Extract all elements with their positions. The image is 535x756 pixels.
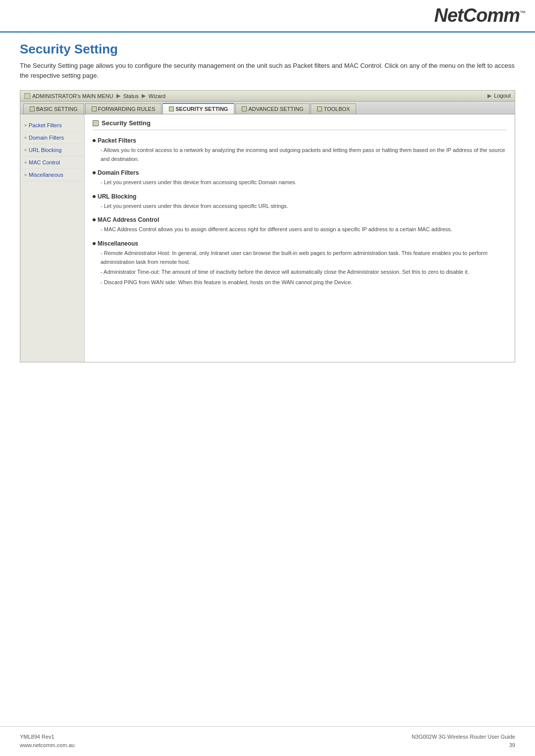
section-desc: - Remote Administrator Host: In general,… (101, 249, 507, 287)
content-header-icon (93, 120, 99, 126)
status-label: Status (123, 93, 139, 99)
section-title: URL Blocking (93, 193, 507, 200)
bullet-icon: » (24, 135, 27, 140)
main-content: Security Setting Packet Filters - Allows… (85, 114, 515, 362)
section-title-text: URL Blocking (98, 193, 136, 200)
tab-fwd-icon (92, 106, 97, 111)
footer-right: N3G002W 3G Wireless Router User Guide 39 (412, 733, 515, 750)
sidebar: » Packet Filters » Domain Filters » URL … (20, 114, 85, 362)
tab-toolbox[interactable]: TOOLBOX (311, 103, 356, 114)
tab-basic-setting[interactable]: BASIC SETTING (23, 103, 84, 114)
tab-toolbox-icon (317, 106, 322, 111)
logout-item[interactable]: ▶ Logout (487, 93, 511, 99)
logout-label: Logout (494, 93, 511, 99)
tab-fwd-label: FORWARDING RULES (98, 106, 156, 112)
page-description: The Security Setting page allows you to … (20, 61, 515, 80)
sidebar-item-packet-filters[interactable]: » Packet Filters (20, 119, 84, 132)
section-desc: - Let you prevent users under this devic… (101, 178, 507, 187)
wizard-label: Wizard (149, 93, 165, 99)
sidebar-label: MAC Control (29, 159, 60, 165)
footer-website: www.netcomm.com.au (20, 741, 75, 750)
logo-tm: ™ (520, 9, 525, 16)
tab-sec-icon (169, 106, 174, 111)
section-bullet (93, 171, 96, 174)
sidebar-item-url-blocking[interactable]: » URL Blocking (20, 144, 84, 156)
tab-security-setting[interactable]: SECURITY SETTING (162, 103, 234, 114)
router-ui-box: ADMINISTRATOR's MAIN MENU ▶ Status ▶ Wiz… (20, 90, 515, 362)
status-nav-item[interactable]: Status (123, 93, 139, 99)
bullet-icon: » (24, 148, 27, 152)
bullet-icon: » (24, 172, 27, 177)
tab-toolbox-label: TOOLBOX (323, 106, 350, 112)
section-desc: - Allows you to control access to a netw… (101, 146, 507, 163)
logo-brand: NetComm (434, 5, 520, 26)
sidebar-item-mac-control[interactable]: » MAC Control (20, 156, 84, 169)
section-mac-address-control: MAC Address Control - MAC Address Contro… (93, 216, 507, 234)
desc-paragraph: - Let you prevent users under this devic… (101, 178, 507, 187)
desc-paragraph: - Let you prevent users under this devic… (101, 202, 507, 211)
footer-left: YML894 Rev1 www.netcomm.com.au (20, 733, 75, 750)
footer: YML894 Rev1 www.netcomm.com.au N3G002W 3… (0, 726, 535, 756)
nav-separator-1: ▶ (116, 93, 120, 99)
desc-paragraph: - Allows you to control access to a netw… (101, 146, 507, 163)
tab-sec-label: SECURITY SETTING (175, 106, 228, 112)
section-desc: - MAC Address Control allows you to assi… (101, 225, 507, 234)
section-url-blocking: URL Blocking - Let you prevent users und… (93, 193, 507, 211)
top-nav-left: ADMINISTRATOR's MAIN MENU ▶ Status ▶ Wiz… (24, 93, 165, 99)
tab-basic-label: BASIC SETTING (36, 106, 78, 112)
footer-model: YML894 Rev1 (20, 733, 75, 742)
logout-arrow: ▶ (487, 93, 491, 99)
bullet-icon: » (24, 123, 27, 128)
tab-basic-icon (30, 106, 35, 111)
sidebar-item-domain-filters[interactable]: » Domain Filters (20, 132, 84, 144)
tab-nav: BASIC SETTING FORWARDING RULES SECURITY … (20, 101, 515, 114)
section-desc: - Let you prevent users under this devic… (101, 202, 507, 211)
content-area: » Packet Filters » Domain Filters » URL … (20, 114, 515, 362)
section-title: Packet Filters (93, 137, 507, 144)
section-title-text: Miscellaneous (98, 240, 138, 247)
section-bullet (93, 139, 96, 142)
section-title: Miscellaneous (93, 240, 507, 247)
nav-separator-2: ▶ (142, 93, 146, 99)
page-title-section: Security Setting The Security Setting pa… (0, 33, 535, 85)
admin-menu-item[interactable]: ADMINISTRATOR's MAIN MENU (32, 93, 113, 99)
desc-paragraph-1: - Remote Administrator Host: In general,… (101, 249, 507, 266)
desc-paragraph: - MAC Address Control allows you to assi… (101, 225, 507, 234)
section-domain-filters: Domain Filters - Let you prevent users u… (93, 169, 507, 187)
section-title: MAC Address Control (93, 216, 507, 223)
footer-guide-title: N3G002W 3G Wireless Router User Guide (412, 733, 515, 742)
logo: NetComm™ (434, 5, 525, 26)
content-header-title: Security Setting (102, 119, 151, 127)
section-bullet (93, 195, 96, 198)
logo-text: NetComm™ (434, 5, 525, 26)
section-bullet (93, 218, 96, 221)
desc-paragraph-3: - Discard PING from WAN side: When this … (101, 278, 507, 287)
bullet-icon: » (24, 160, 27, 165)
content-header: Security Setting (93, 119, 507, 130)
section-title: Domain Filters (93, 169, 507, 176)
wizard-nav-item[interactable]: Wizard (149, 93, 165, 99)
page-header: NetComm™ (0, 0, 535, 33)
tab-advanced-setting[interactable]: ADVANCED SETTING (235, 103, 310, 114)
desc-paragraph-2: - Administrator Time-out: The amount of … (101, 268, 507, 277)
admin-label: ADMINISTRATOR's MAIN MENU (32, 93, 113, 99)
section-title-text: Domain Filters (98, 169, 139, 176)
section-title-text: MAC Address Control (98, 216, 159, 223)
page-title: Security Setting (20, 42, 515, 57)
sidebar-label: Packet Filters (29, 122, 62, 128)
sidebar-label: Domain Filters (29, 135, 64, 141)
top-nav: ADMINISTRATOR's MAIN MENU ▶ Status ▶ Wiz… (20, 91, 515, 101)
sidebar-item-miscellaneous[interactable]: » Miscellaneous (20, 169, 84, 181)
sidebar-label: URL Blocking (29, 147, 61, 153)
section-title-text: Packet Filters (98, 137, 136, 144)
tab-adv-label: ADVANCED SETTING (248, 106, 303, 112)
section-miscellaneous: Miscellaneous - Remote Administrator Hos… (93, 240, 507, 287)
sidebar-label: Miscellaneous (29, 172, 63, 178)
footer-page-number: 39 (412, 741, 515, 750)
section-bullet (93, 242, 96, 245)
admin-icon (24, 93, 30, 99)
tab-adv-icon (242, 106, 247, 111)
section-packet-filters: Packet Filters - Allows you to control a… (93, 137, 507, 163)
tab-forwarding-rules[interactable]: FORWARDING RULES (85, 103, 162, 114)
